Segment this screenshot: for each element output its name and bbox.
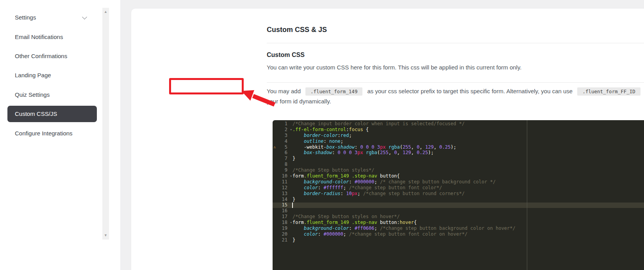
page-title: Custom CSS & JS (267, 26, 327, 34)
editor-line-number: 8 (273, 162, 291, 167)
editor-line-number: 19 (273, 226, 291, 231)
fold-arrow-icon[interactable]: ▾ (290, 220, 292, 226)
custom-css-description: You can write your custom CSS here for t… (267, 64, 522, 71)
editor-line: background-color: #ff0606; /*change step… (293, 226, 644, 231)
editor-line-number: 18▾ (273, 220, 291, 226)
sidebar-item-landing-page[interactable]: Landing Page (0, 66, 98, 85)
css-code-editor[interactable]: 12▾345⚠678910▾1112131415161718▾192021 /*… (273, 120, 644, 270)
editor-line: color: #000000; /*change step button fon… (293, 231, 644, 237)
divider (267, 43, 644, 43)
sidebar-item-label: Quiz Settings (15, 91, 50, 98)
page: { "sidebar": { "items": [ {"label": "Set… (0, 0, 644, 270)
editor-line: /*Change Step button styles on hover*/ (293, 214, 644, 220)
editor-line: form.fluent_form_149 .step-nav button:ho… (293, 220, 644, 226)
editor-line: /*Change input border color when input i… (293, 121, 644, 127)
divider (267, 82, 644, 83)
sidebar-item-label: Configure Integrations (15, 130, 73, 137)
sidebar-scrollbar[interactable]: ▲ ▼ (102, 8, 109, 240)
scroll-up-icon[interactable]: ▲ (102, 9, 109, 15)
form-css-template-chip: .fluent_form_FF_ID (577, 87, 640, 96)
editor-line-number: 7 (273, 156, 291, 162)
custom-css-heading: Custom CSS (267, 52, 305, 59)
editor-line: /*Change Step button styles*/ (293, 167, 644, 173)
editor-line: .ff-el-form-control:focus { (293, 127, 644, 133)
editor-gutter: 12▾345⚠678910▾1112131415161718▾192021 (273, 121, 291, 243)
sidebar-item-email-notifications[interactable]: Email Notifications (0, 27, 98, 46)
editor-line (293, 162, 644, 167)
editor-line-number: 9 (273, 167, 291, 173)
css-selector-hint: You may add.fluent_form_149as your css s… (267, 86, 644, 106)
editor-line-number: 17 (273, 214, 291, 220)
editor-line-number: 16 (273, 208, 291, 214)
hint-text: You may add (267, 88, 301, 94)
editor-line-number: 1 (273, 121, 291, 127)
sidebar-item-custom-css-js[interactable]: Custom CSS/JS (7, 106, 97, 122)
settings-panel: Custom CSS & JS Custom CSS You can write… (131, 9, 644, 270)
editor-code-area[interactable]: /*Change input border color when input i… (293, 121, 644, 243)
editor-line (293, 208, 644, 214)
sidebar-item-label: Settings (15, 14, 36, 21)
editor-line-number: 14 (273, 197, 291, 202)
editor-line-number: 2▾ (273, 127, 291, 133)
editor-line: border-color:red; (293, 133, 644, 139)
sidebar-item-label: Custom CSS/JS (15, 110, 57, 117)
sidebar-item-label: Other Confirmations (15, 53, 67, 59)
editor-line-number: 15 (273, 202, 291, 208)
sidebar-item-settings[interactable]: Settings (0, 8, 98, 27)
sidebar-menu: SettingsEmail NotificationsOther Confirm… (0, 8, 98, 143)
editor-line: box-shadow: 0 0 0 3px rgba(255, 0, 129, … (293, 150, 644, 156)
editor-line: border-radius: 10px; /*change step butto… (293, 191, 644, 197)
fold-arrow-icon[interactable]: ▾ (290, 127, 292, 133)
text-cursor (292, 202, 293, 208)
editor-line: outline: none; (293, 139, 644, 144)
sidebar-item-configure-integrations[interactable]: Configure Integrations (0, 123, 98, 142)
warning-icon: ⚠ (273, 144, 276, 150)
editor-line: background-color: #000000; /* change ste… (293, 179, 644, 185)
editor-line-number: 13 (273, 191, 291, 197)
editor-line-number: 21 (273, 237, 291, 243)
editor-line: } (293, 237, 644, 243)
form-css-class-chip: .fluent_form_149 (305, 87, 362, 96)
editor-line: -webkit-box-shadow: 0 0 0 3px rgba(255, … (293, 144, 644, 150)
sidebar-item-label: Landing Page (15, 72, 51, 78)
hint-text: as your css selector prefix to target th… (367, 88, 573, 94)
editor-line-number: 11 (273, 179, 291, 185)
editor-line-number: 10▾ (273, 173, 291, 179)
hint-text: your form id dynamically. (267, 96, 644, 106)
sidebar-item-quiz-settings[interactable]: Quiz Settings (0, 85, 98, 104)
editor-line: } (293, 156, 644, 162)
editor-line-number: 20 (273, 231, 291, 237)
editor-line (293, 202, 644, 208)
settings-sidebar: SettingsEmail NotificationsOther Confirm… (0, 0, 120, 270)
editor-line: form.fluent_form_149 .step-nav button{ (293, 173, 644, 179)
fold-arrow-icon[interactable]: ▾ (290, 173, 292, 179)
sidebar-item-label: Email Notifications (15, 34, 63, 40)
editor-line-number: 4 (273, 139, 291, 144)
editor-line: color: #ffffff; /*change step button fon… (293, 185, 644, 191)
editor-line-number: 6 (273, 150, 291, 156)
editor-line-number: 3 (273, 133, 291, 139)
editor-line-number: 12 (273, 185, 291, 191)
scroll-down-icon[interactable]: ▼ (102, 232, 109, 239)
editor-line: } (293, 197, 644, 202)
chevron-down-icon (83, 14, 87, 18)
sidebar-item-other-confirmations[interactable]: Other Confirmations (0, 46, 98, 66)
editor-line-number: 5⚠ (273, 144, 291, 150)
